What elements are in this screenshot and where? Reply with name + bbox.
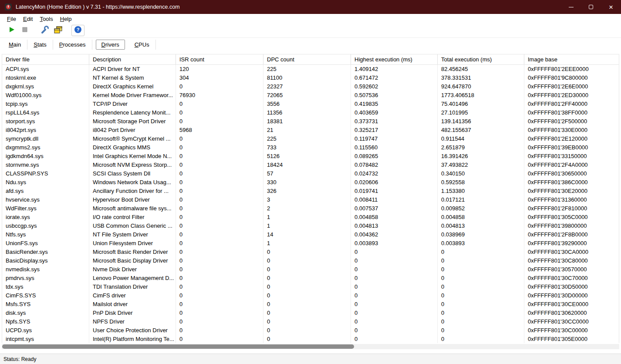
- table-row[interactable]: disk.sysPnP Disk Driver00000xFFFFF801'30…: [2, 309, 619, 317]
- column-header[interactable]: Driver file: [2, 54, 89, 64]
- table-row[interactable]: ntoskrnl.exeNT Kernel & System304811000.…: [2, 74, 619, 82]
- table-cell: nvmedisk.sys: [2, 265, 89, 274]
- options-button[interactable]: [38, 25, 51, 36]
- table-cell: 82.456245: [438, 65, 524, 74]
- menu-edit[interactable]: Edit: [20, 15, 36, 23]
- table-row[interactable]: Ntfs.sysNT File System Driver0140.004362…: [2, 230, 619, 239]
- table-row[interactable]: stornvme.sysMicrosoft NVM Express Storp.…: [2, 161, 619, 169]
- table-cell: 0: [263, 291, 351, 300]
- table-cell: USB Common Class Generic ...: [89, 222, 176, 230]
- table-row[interactable]: usbccgp.sysUSB Common Class Generic ...0…: [2, 222, 619, 230]
- column-header[interactable]: Total execution (ms): [438, 54, 524, 64]
- table-cell: 0xFFFFF801'9C800000: [524, 74, 619, 82]
- table-row[interactable]: UCPD.sysUser Choice Protection Driver000…: [2, 326, 619, 335]
- table-row[interactable]: WdFilter.sysMicrosoft antimalware file s…: [2, 204, 619, 213]
- start-monitor-button[interactable]: [5, 25, 18, 36]
- table-row[interactable]: Msfs.SYSMailslot driver00000xFFFFF801'30…: [2, 300, 619, 309]
- wrench-icon: [40, 25, 49, 36]
- table-cell: stornvme.sys: [2, 161, 89, 169]
- maximize-button[interactable]: [581, 0, 601, 14]
- table-row[interactable]: igdkmdn64.sysIntel Graphics Kernel Mode …: [2, 152, 619, 161]
- table-cell: 0: [176, 230, 263, 239]
- table-cell: usbccgp.sys: [2, 222, 89, 230]
- report-button[interactable]: [51, 25, 64, 36]
- table-header-row: Driver fileDescriptionISR countDPC count…: [2, 54, 619, 65]
- table-cell: i8042 Port Driver: [89, 126, 176, 135]
- minimize-icon: [569, 7, 574, 7]
- table-row[interactable]: intcpmt.sysIntel(R) Platform Monitoring …: [2, 335, 619, 343]
- table-cell: 120: [176, 65, 263, 74]
- menu-file[interactable]: File: [3, 15, 20, 23]
- table-cell: SCSI Class System Dll: [89, 169, 176, 178]
- table-row[interactable]: tcpip.sysTCP/IP Driver035560.41983575.40…: [2, 100, 619, 108]
- table-cell: 0xFFFFF801'2F8B0000: [524, 230, 619, 239]
- table-row[interactable]: storport.sysMicrosoft Storage Port Drive…: [2, 117, 619, 126]
- tab-stats[interactable]: Stats: [27, 40, 53, 50]
- table-cell: 0.020606: [351, 178, 438, 187]
- table-cell: i8042prt.sys: [2, 126, 89, 135]
- table-cell: 0: [351, 335, 438, 343]
- menu-help[interactable]: Help: [57, 15, 75, 23]
- table-cell: 0xFFFFF801'30CC0000: [524, 317, 619, 326]
- table-row[interactable]: i8042prt.sysi8042 Port Driver5968210.325…: [2, 126, 619, 135]
- table-row[interactable]: CimFS.SYSCimFS driver00000xFFFFF801'30D0…: [2, 291, 619, 300]
- column-header[interactable]: Description: [89, 54, 176, 64]
- table-cell: 1773.406518: [438, 91, 524, 100]
- table-row[interactable]: pmdrvs.sysLenovo Power Management D...00…: [2, 274, 619, 283]
- table-row[interactable]: BasicRender.sysMicrosoft Basic Render Dr…: [2, 248, 619, 256]
- column-header[interactable]: DPC count: [263, 54, 351, 64]
- table-row[interactable]: afd.sysAncillary Function Driver for ...…: [2, 187, 619, 195]
- table-cell: 76930: [176, 91, 263, 100]
- tab-processes[interactable]: Processes: [53, 40, 92, 50]
- table-cell: 733: [263, 143, 351, 152]
- menu-tools[interactable]: Tools: [36, 15, 56, 23]
- tab-drivers[interactable]: Drivers: [96, 40, 125, 50]
- tab-main[interactable]: Main: [3, 40, 27, 50]
- table-cell: 0xFFFFF801'30C00000: [524, 326, 619, 335]
- table-cell: 0: [263, 326, 351, 335]
- table-cell: dxgmms2.sys: [2, 143, 89, 152]
- table-row[interactable]: hvservice.sysHypervisor Boot Driver030.0…: [2, 195, 619, 204]
- table-row[interactable]: CLASSPNP.SYSSCSI Class System Dll0570.02…: [2, 169, 619, 178]
- table-row[interactable]: dxgmms2.sysDirectX Graphics MMS07330.115…: [2, 143, 619, 152]
- table-cell: 0: [176, 335, 263, 343]
- table-row[interactable]: Wdf01000.sysKernel Mode Driver Framewor.…: [2, 91, 619, 100]
- table-row[interactable]: rspLLL64.sysResplendence Latency Monit..…: [2, 108, 619, 117]
- table-row[interactable]: BasicDisplay.sysMicrosoft Basic Display …: [2, 256, 619, 265]
- table-cell: 0xFFFFF801'2ED30000: [524, 91, 619, 100]
- table-cell: 0: [176, 317, 263, 326]
- column-header[interactable]: ISR count: [176, 54, 263, 64]
- table-cell: rspLLL64.sys: [2, 108, 89, 117]
- table-cell: 0: [176, 239, 263, 248]
- table-cell: 139.141356: [438, 117, 524, 126]
- column-header[interactable]: Image base: [524, 54, 619, 64]
- table-row[interactable]: UnionFS.sysUnion Filesystem Driver010.00…: [2, 239, 619, 248]
- table-row[interactable]: nvmedisk.sysNvme Disk Driver00000xFFFFF8…: [2, 265, 619, 274]
- table-row[interactable]: ACPI.sysACPI Driver for NT1202251.409142…: [2, 65, 619, 74]
- minimize-button[interactable]: [561, 0, 581, 14]
- horizontal-scrollbar[interactable]: [2, 344, 619, 349]
- hscroll-thumb[interactable]: [2, 344, 354, 349]
- table-cell: 330: [263, 178, 351, 187]
- close-button[interactable]: ×: [601, 0, 621, 14]
- help-button[interactable]: ?: [71, 25, 84, 36]
- table-row[interactable]: tdx.sysTDI Translation Driver00000xFFFFF…: [2, 283, 619, 291]
- table-cell: 0xFFFFF801'30CE0000: [524, 300, 619, 309]
- table-cell: 0: [176, 204, 263, 213]
- table-cell: iorate.sys: [2, 213, 89, 222]
- stop-monitor-button[interactable]: [18, 25, 31, 36]
- title-bar[interactable]: LatencyMon (Home Edition ) v 7.31 - http…: [0, 0, 621, 14]
- table-cell: 0xFFFFF801'31360000: [524, 195, 619, 204]
- table-row[interactable]: symcryptk.dllMicrosoft® SymCrypt Kernel …: [2, 135, 619, 143]
- table-cell: 0xFFFFF801'2FF40000: [524, 100, 619, 108]
- tab-cpus[interactable]: CPUs: [128, 40, 156, 50]
- table-cell: Intel Graphics Kernel Mode N...: [89, 152, 176, 161]
- table-row[interactable]: Ndu.sysWindows Network Data Usag...03300…: [2, 178, 619, 187]
- table-row[interactable]: dxgkrnl.sysDirectX Graphics Kernel022327…: [2, 82, 619, 91]
- table-cell: 0xFFFFF801'2F500000: [524, 117, 619, 126]
- table-row[interactable]: Npfs.SYSNPFS Driver00000xFFFFF801'30CC00…: [2, 317, 619, 326]
- table-row[interactable]: iorate.sysI/O rate control Filter010.004…: [2, 213, 619, 222]
- column-header[interactable]: Highest execution (ms): [351, 54, 438, 64]
- table-cell: 0: [438, 335, 524, 343]
- table-cell: 0: [263, 317, 351, 326]
